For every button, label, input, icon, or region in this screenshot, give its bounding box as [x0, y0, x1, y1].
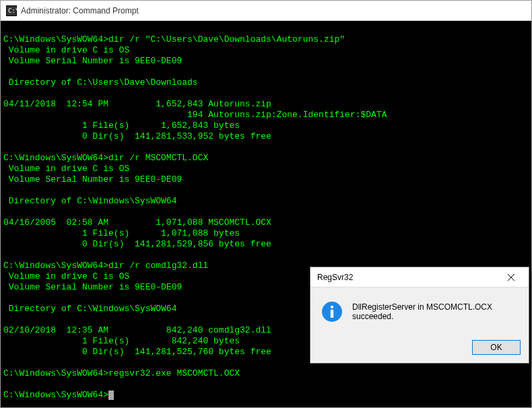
window-title: Administrator: Command Prompt [21, 6, 139, 15]
dialog-footer: OK [310, 333, 529, 363]
dialog-titlebar[interactable]: RegSvr32 [310, 267, 529, 287]
regsvr32-dialog: RegSvr32 DllRegisterServer in MSCOMCTL.O… [310, 267, 529, 364]
ok-button[interactable]: OK [472, 340, 521, 355]
close-icon [508, 274, 514, 281]
cursor [108, 390, 114, 400]
close-button[interactable] [496, 268, 526, 287]
dialog-message: DllRegisterServer in MSCOMCTL.OCX succee… [352, 302, 518, 321]
dialog-body: DllRegisterServer in MSCOMCTL.OCX succee… [310, 287, 529, 333]
svg-point-6 [331, 306, 333, 308]
cmd-icon: C:\ [6, 5, 17, 16]
info-icon [321, 301, 343, 322]
dialog-title: RegSvr32 [317, 273, 353, 282]
titlebar[interactable]: C:\ Administrator: Command Prompt [1, 1, 531, 21]
svg-rect-7 [331, 310, 333, 318]
svg-text:C:\: C:\ [8, 7, 17, 14]
